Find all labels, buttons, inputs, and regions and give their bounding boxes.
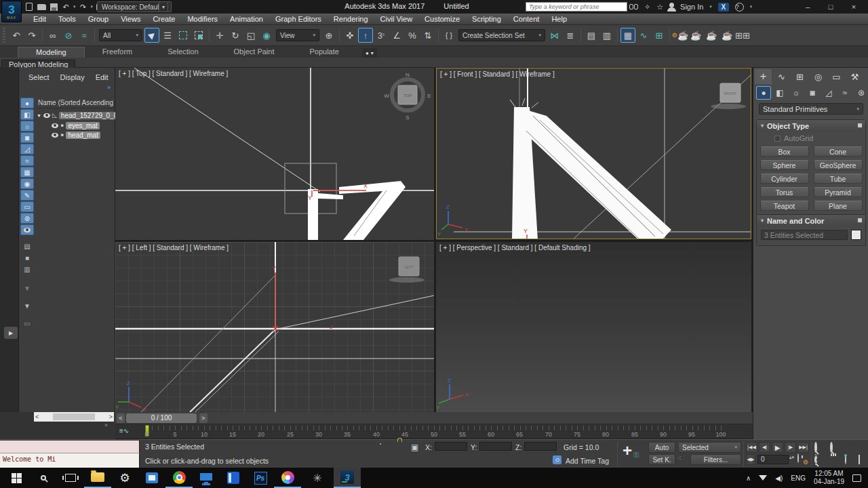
expand-panel-button[interactable]: ▶ xyxy=(4,327,18,339)
select-and-place-icon[interactable]: ◉ xyxy=(259,28,274,43)
geosphere-button[interactable]: GeoSphere xyxy=(814,160,863,170)
object-color-swatch[interactable] xyxy=(851,230,861,240)
tube-button[interactable]: Tube xyxy=(814,174,863,184)
toolbar-grip[interactable] xyxy=(3,28,5,43)
menu-content[interactable]: Content xyxy=(507,15,546,23)
explorer-menu-edit[interactable]: Edit xyxy=(96,73,108,81)
scroll-right-arrow[interactable]: > xyxy=(109,413,113,420)
category-spacewarps-icon[interactable]: ≈ xyxy=(837,86,852,100)
maxscript-mini-listener-white[interactable]: Welcome to Mi xyxy=(0,453,140,468)
menu-scripting[interactable]: Scripting xyxy=(466,15,507,23)
expand-arrow-icon[interactable]: ▼ xyxy=(37,113,41,118)
named-selection-sets-icon[interactable]: { } xyxy=(441,28,456,43)
viewport-left[interactable]: [ + ] [ Left ] [ Standard ] [ Wireframe … xyxy=(115,242,434,412)
category-shapes-icon[interactable]: ◧ xyxy=(772,86,787,100)
tray-clock[interactable]: 12:05 AM 04-Jan-19 xyxy=(814,470,844,486)
render-iterative-icon[interactable]: ☕ xyxy=(719,28,734,43)
bind-to-space-warp-icon[interactable]: ≈ xyxy=(77,28,92,43)
autogrid-checkbox[interactable] xyxy=(774,136,781,142)
explorer-overflow-bottom[interactable]: » xyxy=(104,422,108,428)
snap-toggle-3d-icon[interactable]: 3ˢ xyxy=(374,28,389,43)
file-explorer-icon[interactable] xyxy=(84,468,111,488)
explorer-menu-select[interactable]: Select xyxy=(28,73,50,81)
set-key-mode-button[interactable]: Set K. xyxy=(648,454,675,465)
auto-key-button[interactable]: Auto xyxy=(648,442,675,453)
menu-customize[interactable]: Customize xyxy=(418,15,466,23)
time-slider-thumb[interactable]: 0 / 100 xyxy=(126,413,197,423)
filter-xrefs-icon[interactable]: ◉ xyxy=(20,178,34,189)
paint3d-icon[interactable] xyxy=(274,468,301,488)
x-coord-field[interactable] xyxy=(435,442,467,451)
category-systems-icon[interactable]: ⊛ xyxy=(854,86,868,100)
filter-groups-icon[interactable]: ▦ xyxy=(20,167,34,178)
3dsmax-taskbar-icon[interactable]: 3 xyxy=(334,468,361,488)
mail-app-icon[interactable] xyxy=(138,468,165,488)
search-icon[interactable] xyxy=(629,4,638,9)
key-filters-icon[interactable]: ⁖ xyxy=(677,455,682,462)
prev-frame-arrow[interactable]: < xyxy=(117,413,125,423)
search-input[interactable] xyxy=(526,2,627,12)
key-filters-button[interactable]: Filters... xyxy=(690,454,741,465)
viewport-top[interactable]: [ + ] [ Top ] [ Standard ] [ Wireframe ]… xyxy=(115,68,434,240)
start-button[interactable] xyxy=(3,468,30,488)
pyramid-button[interactable]: Pyramid xyxy=(814,187,863,197)
wifi-icon[interactable] xyxy=(759,475,767,481)
percent-snap-icon[interactable]: % xyxy=(405,28,420,43)
ribbon-toggle-icon[interactable]: ▦ xyxy=(620,28,635,43)
tab-object-paint[interactable]: Object Paint xyxy=(216,47,292,58)
redo-caret[interactable]: ▾ xyxy=(91,4,94,9)
visibility-eye-icon[interactable] xyxy=(52,133,58,138)
object-name-field[interactable]: 3 Entities Selected xyxy=(761,230,848,240)
sphere-button[interactable]: Sphere xyxy=(760,160,809,170)
explorer-row-head[interactable]: ▼ ◺ head_152729_0_0_ xyxy=(37,110,123,120)
zoom-all-icon[interactable] xyxy=(830,443,833,451)
tab-freeform[interactable]: Freeform xyxy=(85,47,151,58)
sign-in-link[interactable]: Sign In xyxy=(680,3,703,11)
viewport-top-label[interactable]: [ + ] [ Top ] [ Standard ] [ Wireframe ] xyxy=(119,70,228,77)
menu-modifiers[interactable]: Modifiers xyxy=(181,15,224,23)
current-frame-field[interactable]: 0 xyxy=(757,455,789,464)
next-frame-arrow[interactable]: > xyxy=(199,413,208,423)
communication-center-icon[interactable]: ✧ xyxy=(644,3,650,12)
select-and-manipulate-icon[interactable]: ✜ xyxy=(342,28,357,43)
viewport-left-label[interactable]: [ + ] [ Left ] [ Standard ] [ Wireframe … xyxy=(119,244,229,251)
goto-start-button[interactable]: |◀◀ xyxy=(746,442,757,453)
rendered-frame-window-icon[interactable]: ⊞⊞ xyxy=(735,28,750,43)
tab-selection[interactable]: Selection xyxy=(150,47,216,58)
primitive-category-dropdown[interactable]: Standard Primitives▾ xyxy=(759,103,863,115)
menu-tools[interactable]: Tools xyxy=(52,15,82,23)
key-mode-toggle[interactable]: ◀▶ xyxy=(746,454,755,465)
goto-end-button[interactable]: ▶▶| xyxy=(797,442,809,453)
menu-animation[interactable]: Animation xyxy=(224,15,269,23)
visibility-eye-icon[interactable] xyxy=(52,123,58,128)
task-view-icon[interactable] xyxy=(57,468,84,488)
viewport-front[interactable]: [ + ] [ Front ] [ Standard ] [ Wireframe… xyxy=(436,68,751,239)
set-keys-key-icon[interactable]: ⚿ xyxy=(633,451,639,460)
tab-hierarchy-icon[interactable]: ⊞ xyxy=(791,69,808,84)
category-lights-icon[interactable]: ☼ xyxy=(789,86,804,100)
add-time-tag-label[interactable]: Add Time Tag xyxy=(566,457,609,465)
layer-explorer-icon[interactable]: ▤ xyxy=(584,28,599,43)
explorer-blank-icon[interactable]: ■ xyxy=(20,252,34,263)
spinner-snap-icon[interactable]: ⇅ xyxy=(420,28,435,43)
explorer-name-column-header[interactable]: Name (Sorted Ascending) xyxy=(38,99,114,108)
new-container-icon[interactable]: ▭ xyxy=(20,318,34,329)
cylinder-button[interactable]: Cylinder xyxy=(760,174,809,184)
select-by-name-icon[interactable]: ☰ xyxy=(160,28,175,43)
select-and-scale-icon[interactable]: ◱ xyxy=(243,28,258,43)
selected-set-dropdown[interactable]: Selected▾ xyxy=(678,442,741,453)
schematic-view-icon[interactable]: ⊞ xyxy=(652,28,667,43)
orbit-icon[interactable] xyxy=(845,455,846,464)
absolute-offset-mode-icon[interactable]: ▣ xyxy=(411,443,418,452)
language-indicator[interactable]: ENG xyxy=(791,474,806,482)
filter-geometry-icon[interactable]: ● xyxy=(20,98,34,108)
hidden-icons-chevron[interactable]: ∧ xyxy=(746,474,751,482)
maximize-button[interactable]: □ xyxy=(819,0,842,14)
y-coord-field[interactable] xyxy=(479,442,512,451)
redo-button[interactable]: ↷ xyxy=(24,28,39,43)
filter-containers-icon[interactable]: ▭ xyxy=(20,201,34,212)
set-keys-button[interactable]: + xyxy=(623,441,632,460)
select-and-rotate-icon[interactable]: ↻ xyxy=(228,28,243,43)
filter-combinations-icon[interactable]: ▼ xyxy=(20,283,34,293)
menu-group[interactable]: Group xyxy=(82,15,115,23)
